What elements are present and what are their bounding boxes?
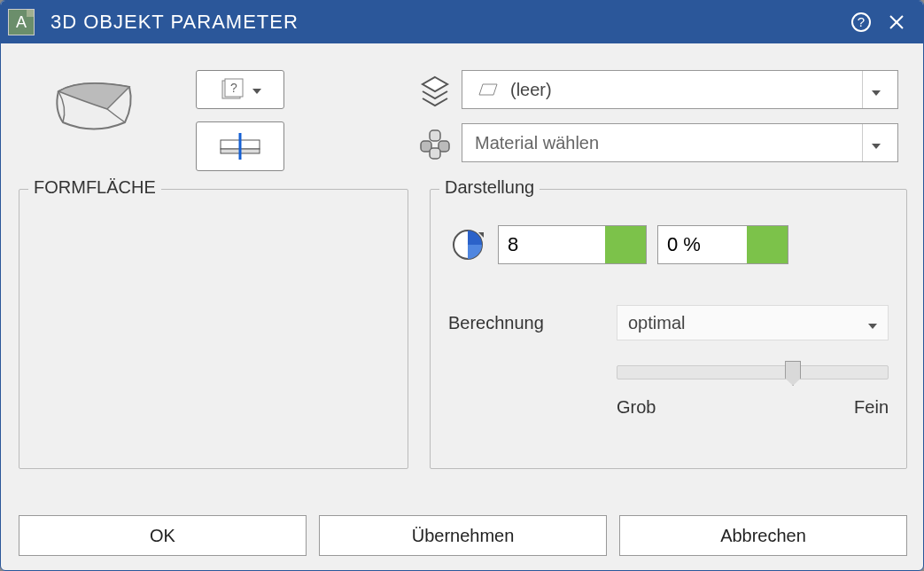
display-color-2-swatch[interactable]: [747, 226, 788, 263]
library-icon: ?: [219, 77, 244, 102]
layer-dropdown-label: (leer): [510, 80, 857, 100]
detail-slider-track[interactable]: [617, 365, 889, 379]
cancel-button[interactable]: Abbrechen: [619, 515, 907, 556]
display-value-1-input[interactable]: [499, 226, 605, 263]
reference-plane-button[interactable]: [196, 121, 284, 171]
layers-icon: [417, 74, 453, 109]
svg-rect-13: [430, 148, 440, 159]
dialog-buttons: OK Übernehmen Abbrechen: [19, 515, 907, 556]
slider-min-label: Grob: [617, 397, 656, 418]
apply-button[interactable]: Übernehmen: [319, 515, 607, 556]
color-mode-icon[interactable]: [448, 225, 487, 264]
calculation-row: Berechnung optimal: [448, 305, 889, 340]
top-row: ?: [19, 70, 907, 185]
window-title: 3D OBJEKT PARAMETER: [50, 11, 843, 34]
dialog-body: ?: [1, 43, 923, 570]
group-darstellung-title: Darstellung: [439, 177, 540, 198]
chevron-down-icon: [862, 71, 889, 108]
material-dropdown-label: Material wählen: [475, 133, 857, 153]
library-picker-button[interactable]: ?: [196, 70, 284, 109]
titlebar: A 3D OBJEKT PARAMETER ?: [1, 1, 923, 43]
tool-column: ?: [196, 70, 302, 171]
svg-text:?: ?: [230, 81, 237, 95]
layer-glyph-icon: [475, 81, 501, 98]
chevron-down-icon: [868, 313, 877, 333]
calculation-select[interactable]: optimal: [617, 305, 889, 340]
display-value-2-input[interactable]: [658, 226, 747, 263]
detail-slider: Grob Fein: [617, 365, 889, 418]
slider-max-label: Fein: [854, 397, 889, 418]
ok-button[interactable]: OK: [19, 515, 307, 556]
svg-rect-10: [430, 130, 440, 141]
reference-plane-icon: [214, 131, 267, 161]
object-preview: [19, 70, 196, 148]
category-icons: [408, 70, 462, 162]
svg-text:?: ?: [858, 14, 865, 29]
chevron-down-icon: [862, 124, 889, 161]
layer-dropdown[interactable]: (leer): [462, 70, 898, 109]
display-value-1: [498, 225, 647, 264]
surface-preview-icon: [45, 74, 151, 145]
calculation-select-value: optimal: [628, 313, 868, 333]
detail-slider-thumb[interactable]: [785, 361, 801, 386]
display-values-row: [448, 225, 889, 264]
material-dropdown[interactable]: Material wählen: [462, 123, 898, 162]
group-darstellung: Darstellung: [430, 189, 907, 469]
dropdowns: (leer) Material wählen: [462, 70, 907, 162]
chevron-down-icon: [252, 82, 261, 98]
dialog-window: A 3D OBJEKT PARAMETER ?: [0, 0, 924, 571]
mid-row: FORMFLÄCHE Darstellung: [19, 189, 907, 499]
material-icon: [417, 127, 453, 162]
display-value-2: [657, 225, 788, 264]
close-icon[interactable]: [879, 4, 914, 40]
app-icon: A: [8, 9, 35, 35]
group-formflaeche-title: FORMFLÄCHE: [28, 177, 161, 198]
display-color-1-swatch[interactable]: [605, 226, 646, 263]
detail-slider-labels: Grob Fein: [617, 397, 889, 418]
group-formflaeche: FORMFLÄCHE: [19, 189, 408, 469]
help-icon[interactable]: ?: [843, 4, 879, 40]
calculation-label: Berechnung: [448, 313, 599, 333]
